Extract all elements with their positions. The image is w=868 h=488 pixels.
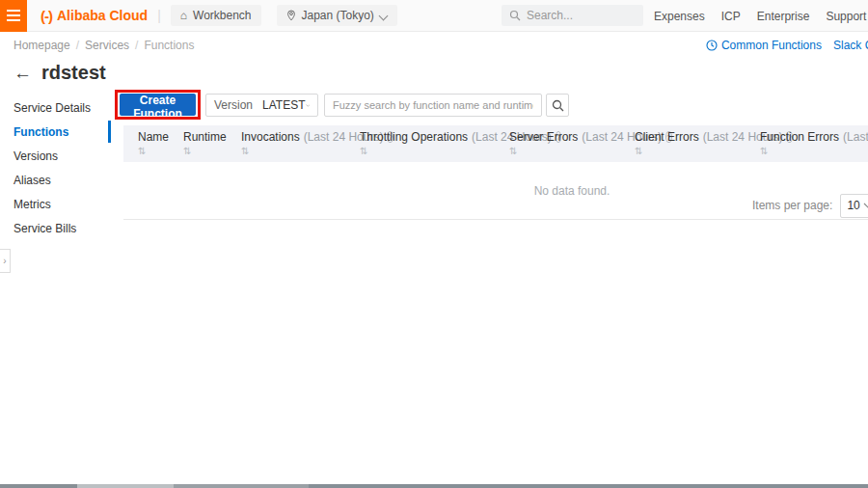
breadcrumb: Homepage / Services / Functions	[14, 39, 194, 52]
sort-icon[interactable]: ⇅	[241, 146, 360, 156]
workbench-label: Workbench	[193, 9, 251, 22]
column-period: (Last 24 Hours)	[843, 130, 868, 144]
nav-enterprise[interactable]: Enterprise	[757, 10, 810, 23]
table-header-row: Name ⇅ Runtime ⇅ Invocations (Last 24 Ho…	[123, 125, 868, 162]
sort-icon[interactable]: ⇅	[360, 146, 509, 156]
column-title: Invocations	[241, 130, 300, 144]
workbench-button[interactable]: ⌂ Workbench	[171, 5, 261, 26]
sidebar-item-aliases[interactable]: Aliases	[0, 168, 111, 192]
column-header-function-errors: Function Errors (Last 24 Hours) ? ⇅	[760, 125, 868, 162]
column-header-throttling-operations: Throttling Operations (Last 24 Hours) ? …	[360, 125, 509, 162]
sidebar-item-functions[interactable]: Functions	[0, 120, 111, 144]
column-header-name: Name ⇅	[123, 125, 183, 162]
sort-icon[interactable]: ⇅	[138, 146, 183, 156]
page-size-value: 10	[847, 199, 859, 212]
header-divider: |	[157, 8, 161, 23]
page-size-select[interactable]: 10	[840, 194, 868, 218]
breadcrumb-separator: /	[76, 39, 79, 52]
chevron-down-icon	[863, 203, 868, 208]
column-title: Client Errors	[635, 130, 699, 144]
bottom-edge-strip	[0, 484, 868, 488]
column-title: Runtime	[183, 130, 227, 144]
column-title: Name	[138, 130, 169, 144]
breadcrumb-separator: /	[135, 39, 138, 52]
sidebar-item-service-details[interactable]: Service Details	[0, 95, 111, 120]
breadcrumb-row: Homepage / Services / Functions Common F…	[0, 33, 868, 58]
hamburger-menu-icon[interactable]	[0, 0, 27, 32]
chevron-down-icon	[380, 12, 388, 19]
alibaba-cloud-logo[interactable]: (-) Alibaba Cloud	[41, 8, 148, 24]
region-value: Japan (Tokyo)	[302, 9, 374, 22]
header-nav: Expenses ICP Enterprise Support Tickets	[654, 0, 868, 32]
fuzzy-search-input[interactable]	[324, 94, 542, 117]
chevron-down-icon	[306, 102, 311, 109]
quick-links: Common Functions Slack Ch	[706, 33, 868, 58]
search-icon	[509, 10, 521, 21]
fuzzy-search-button[interactable]	[546, 94, 569, 117]
region-selector[interactable]: Japan (Tokyo)	[277, 5, 397, 26]
alibaba-cloud-logo-icon: (-)	[41, 8, 52, 24]
sort-icon[interactable]: ⇅	[760, 146, 868, 156]
breadcrumb-homepage[interactable]: Homepage	[14, 39, 70, 52]
page-title-row: ← rdstest	[14, 62, 106, 84]
search-icon	[552, 99, 564, 112]
sidebar-collapse-toggle[interactable]: ›	[0, 249, 11, 273]
nav-icp[interactable]: ICP	[721, 10, 741, 23]
column-header-runtime: Runtime ⇅	[183, 125, 241, 162]
sidebar-item-versions[interactable]: Versions	[0, 144, 111, 168]
home-icon: ⌂	[180, 9, 187, 22]
global-search-box[interactable]: Search...	[502, 5, 643, 26]
column-title: Throttling Operations	[360, 130, 468, 144]
nav-support[interactable]: Support	[826, 10, 866, 23]
column-title: Function Errors	[760, 130, 839, 144]
sidebar-item-service-bills[interactable]: Service Bills	[0, 216, 111, 240]
sort-icon[interactable]: ⇅	[183, 146, 241, 156]
service-sidebar: Service Details Functions Versions Alias…	[0, 95, 111, 240]
slack-channel-link[interactable]: Slack Ch	[833, 39, 868, 52]
breadcrumb-services[interactable]: Services	[85, 39, 129, 52]
version-select[interactable]: Version LATEST	[205, 94, 318, 117]
column-header-invocations: Invocations (Last 24 Hours) ? ⇅	[241, 125, 360, 162]
page-title: rdstest	[41, 62, 106, 84]
version-select-label: Version	[214, 98, 253, 112]
alibaba-cloud-logo-text: Alibaba Cloud	[57, 8, 148, 23]
global-search-placeholder: Search...	[527, 9, 573, 22]
clock-icon	[706, 40, 718, 51]
pagination-bar: Items per page: 10 Ta	[752, 193, 868, 218]
common-functions-label: Common Functions	[721, 39, 822, 52]
nav-expenses[interactable]: Expenses	[654, 10, 705, 23]
column-title: Server Errors	[509, 130, 578, 144]
column-header-client-errors: Client Errors (Last 24 Hours) ? ⇅	[635, 125, 760, 162]
top-header: (-) Alibaba Cloud | ⌂ Workbench Japan (T…	[0, 0, 868, 32]
version-select-value: LATEST	[262, 98, 305, 112]
sort-icon[interactable]: ⇅	[509, 146, 635, 156]
items-per-page-label: Items per page:	[752, 199, 832, 212]
sort-icon[interactable]: ⇅	[635, 146, 760, 156]
location-pin-icon	[286, 10, 296, 21]
column-header-server-errors: Server Errors (Last 24 Hours) ? ⇅	[509, 125, 635, 162]
breadcrumb-functions: Functions	[144, 39, 194, 52]
back-arrow-icon[interactable]: ←	[14, 64, 32, 82]
common-functions-link[interactable]: Common Functions	[706, 39, 822, 52]
sidebar-item-metrics[interactable]: Metrics	[0, 192, 111, 216]
create-function-button[interactable]: Create Function	[120, 94, 196, 116]
